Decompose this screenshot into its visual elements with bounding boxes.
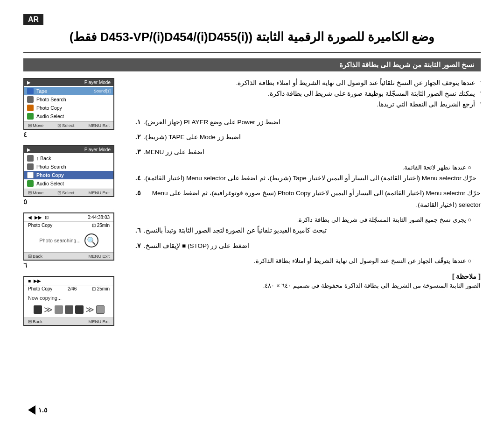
note-box: [ ملاحظة ] الصور الثابتة المنسوخة من الش… <box>135 273 481 289</box>
page-num-text: ١.٥ <box>38 406 48 414</box>
step-4-text: حرّك Menu selector (اختيار القائمة) الى … <box>144 173 477 184</box>
stop-icon: ■ <box>28 278 31 283</box>
search2-icon <box>27 163 34 170</box>
step-6-text: تبحث كاميرة الفيديو تلقائياً عن الصورة ل… <box>144 225 327 236</box>
back4-label: ⊞ Back <box>28 319 42 324</box>
screen4: ■ ▶▶ Photo Copy 2/46 ⊡ 25min Now copying… <box>23 276 114 326</box>
time-display: 0:44:38:03 <box>88 215 110 220</box>
progress-icons: ≫ ≫ <box>24 302 113 318</box>
tape-icon <box>27 88 34 94</box>
back-icon <box>27 155 34 162</box>
audio-select-label: Audio Select <box>36 113 64 119</box>
step-4-number: ٤. <box>135 173 141 184</box>
audio-select2-label: Audio Select <box>36 181 64 186</box>
step-3-main: ٣. اضغط على زر MENU. <box>135 147 481 158</box>
step-5-sub: يجري نسخ جميع الصور الثابتة المسجّلة في … <box>135 214 481 225</box>
page: AR وضع الكاميرة للصورة الرقمية الثابتة (… <box>0 0 504 424</box>
screen1-icon: ▶ <box>27 80 31 85</box>
screen1-audio-row: Audio Select <box>24 112 113 120</box>
screen1: ▶ Player Mode Tape Sound[1] Photo Search <box>23 78 114 130</box>
screen3-container: ◀ ▶▶ ⊡ 0:44:38:03 Photo Copy ⊡ 25min Pho… <box>23 212 126 269</box>
play-icon: ◀ <box>28 215 32 220</box>
step-5-main: ٥. حرّك Menu selector (اختيار القائمة) ا… <box>135 188 481 211</box>
step-6-number: ٦. <box>135 225 141 236</box>
photo-copy2-label: Photo Copy <box>36 172 64 178</box>
screen1-bar: ▶ Player Mode <box>24 79 113 86</box>
tape-label: Tape <box>36 88 47 94</box>
step-1-number: ١. <box>135 117 141 128</box>
search-icon <box>27 96 34 103</box>
screen3-remaining: ⊡ 25min <box>92 223 110 228</box>
screen2-audio-row: Audio Select <box>24 179 113 188</box>
step-1-text: اضبط زر Power على وضع PLAYER (جهاز العرض… <box>144 117 281 128</box>
prog-icon-1 <box>34 305 42 314</box>
back-label: ↑ Back <box>36 155 51 161</box>
rec-icon: ⊡ <box>45 215 49 220</box>
back3-label: ⊞ Back <box>28 254 42 259</box>
exit4-label: MENU Exit <box>88 319 110 324</box>
prog-icon-2 <box>55 305 63 314</box>
step-7-sub: عندها يتوقّف الجهاز عن النسخ عند الوصول … <box>135 255 481 266</box>
screen4-remaining: ⊡ 25min <box>92 286 110 291</box>
prog-arrow: ≫ <box>44 304 53 315</box>
copy-icon <box>27 105 34 111</box>
step-7-number: ٧. <box>135 240 141 252</box>
divider <box>23 52 481 53</box>
screen4-counter: 2/46 <box>68 286 77 291</box>
search-area: Photo searching... 🔍 <box>24 229 113 252</box>
step-5-number: ٥. <box>135 188 141 211</box>
step-5-text: حرّك Menu selector (اختيار القائمة) الى … <box>144 188 481 211</box>
screen1-search-row: Photo Search <box>24 95 113 104</box>
screen2-copy-row: Photo Copy <box>24 171 113 179</box>
step-4-main: ٤. حرّك Menu selector (اختيار القائمة) ا… <box>135 173 481 184</box>
intro-bullets: عندها يتوقف الجهاز عن النسخ تلقائياً عند… <box>135 78 481 110</box>
page-number: ١.٥ <box>28 405 48 415</box>
ff2-icon: ▶▶ <box>34 278 41 283</box>
prog-icon-4 <box>75 305 84 314</box>
screen2-footer: ⊞ Move ⊡ Select MENU Exit <box>24 189 113 196</box>
main-title: وضع الكاميرة للصورة الرقمية الثابتة ((i)… <box>23 30 481 44</box>
step-7: ٧. اضغط على زر (STOP) ■ لإيقاف النسخ. عن… <box>135 240 481 267</box>
step-5: ٥. حرّك Menu selector (اختيار القائمة) ا… <box>135 188 481 225</box>
note-text: الصور الثابتة المنسوخة من الشريط الى بطا… <box>135 282 481 289</box>
photo-copy-label: Photo Copy <box>36 105 62 111</box>
screen4-container: ■ ▶▶ Photo Copy 2/46 ⊡ 25min Now copying… <box>23 276 126 326</box>
screen2: ▶ Player Mode ↑ Back Photo Search <box>23 145 114 197</box>
intro-bullet-2: يمكنك نسخ الصور الثابتة المسجّلة بوظيفة … <box>135 89 481 99</box>
screen2-icon: ▶ <box>27 147 31 152</box>
screen3: ◀ ▶▶ ⊡ 0:44:38:03 Photo Copy ⊡ 25min Pho… <box>23 212 114 261</box>
screen4-info: Photo Copy 2/46 ⊡ 25min <box>24 285 113 292</box>
step-3-text: اضغط على زر MENU. <box>144 147 204 158</box>
audio-icon <box>27 113 34 120</box>
step-2: ٢. اضبط زر Mode على TAPE (شريط). <box>135 132 481 143</box>
screen2-container: ▶ Player Mode ↑ Back Photo Search <box>23 145 126 206</box>
prog-arrow-2: ≫ <box>85 304 94 315</box>
select-label: ⊡ Select <box>57 123 74 128</box>
screen4-label: Photo Copy <box>28 286 52 291</box>
step-6: ٦. تبحث كاميرة الفيديو تلقائياً عن الصور… <box>135 225 481 236</box>
search-circle-icon: 🔍 <box>84 233 98 247</box>
photo-search2-label: Photo Search <box>36 164 66 170</box>
exit3-label: MENU Exit <box>88 254 110 259</box>
copy2-icon <box>27 172 34 178</box>
step-3-sub: عندها تظهر لائحة القائمة. <box>135 162 481 173</box>
right-panel: عندها يتوقف الجهاز عن النسخ تلقائياً عند… <box>135 78 481 326</box>
note-title: [ ملاحظة ] <box>135 273 481 280</box>
step-3-number: ٣. <box>135 147 141 158</box>
step-1: ١. اضبط زر Power على وضع PLAYER (جهاز ال… <box>135 117 481 128</box>
step-7-text: اضغط على زر (STOP) ■ لإيقاف النسخ. <box>144 240 249 252</box>
step-3: ٣. اضغط على زر MENU. عندها تظهر لائحة ال… <box>135 147 481 173</box>
step-bubble-3: ٦ <box>23 261 126 269</box>
step-bubble-2: ٥ <box>23 197 126 206</box>
intro-bullet-3: أرجع الشريط الى النقطة التي تريدها. <box>135 99 481 110</box>
screen3-footer: ⊞ Back MENU Exit <box>24 252 113 260</box>
screen2-menu: ↑ Back Photo Search Photo Copy Audi <box>24 153 113 189</box>
screen4-transport: ■ ▶▶ <box>24 277 113 285</box>
step-2-number: ٢. <box>135 132 141 143</box>
select2-label: ⊡ Select <box>57 190 74 195</box>
photo-search-label: Photo Search <box>36 97 66 102</box>
screen4-footer: ⊞ Back MENU Exit <box>24 318 113 325</box>
screen2-back-row: ↑ Back <box>24 154 113 163</box>
prog-icon-5 <box>96 305 105 314</box>
screen2-bar: ▶ Player Mode <box>24 146 113 153</box>
